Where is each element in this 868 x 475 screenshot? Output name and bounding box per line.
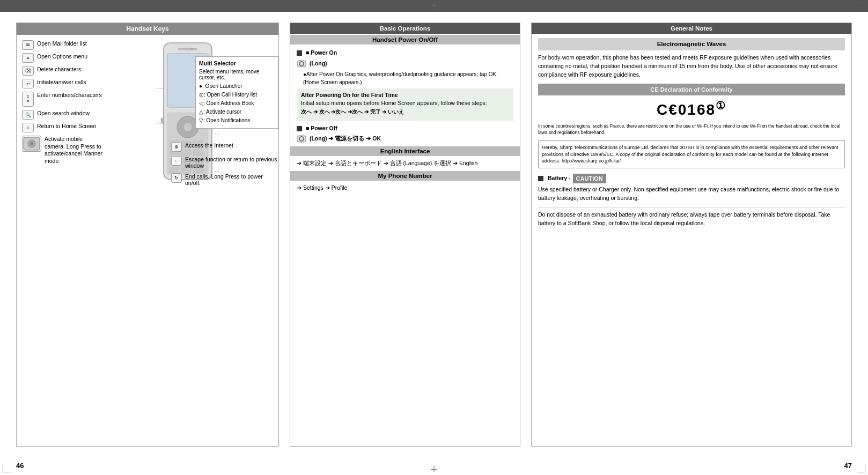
key-item-home: ⌂ Return to Home Screen xyxy=(22,123,102,132)
key-label-calls: Initiate/answer calls xyxy=(37,79,86,86)
bullet-power-off xyxy=(297,126,302,131)
ce-mark: C€0168① xyxy=(538,98,845,121)
crop-center-bottom-h xyxy=(431,469,437,470)
battery-header: Battery - CAUTION xyxy=(538,174,845,184)
rsl-label-endcall: End calls. Long Press to power on/off. xyxy=(185,173,278,186)
handset-keys-panel: Handset Keys ✉ Open Mail folder list ≡ O… xyxy=(16,23,279,447)
svg-point-9 xyxy=(183,123,192,131)
crop-mark-tl xyxy=(3,3,11,11)
handset-keys-content: ✉ Open Mail folder list ≡ Open Options m… xyxy=(17,35,278,191)
battery-section: Battery - CAUTION Use specified battery … xyxy=(538,174,845,228)
key-label-numbers: Enter numbers/characters xyxy=(37,92,102,99)
first-time-text: Initial setup menu opens before Home Scr… xyxy=(301,100,509,106)
rsl-item-escape: ← Escape function or return to previous … xyxy=(171,156,278,169)
key-item-options: ≡ Open Options menu xyxy=(22,53,102,63)
svg-point-6 xyxy=(191,48,193,50)
crop-mark-bl xyxy=(3,464,11,472)
power-on-icon-line: (Long) xyxy=(297,60,513,68)
power-off-label: ■ Power Off xyxy=(297,124,513,133)
key-label-mail: Open Mail folder list xyxy=(37,40,87,48)
bullet-power-on xyxy=(297,50,302,56)
multi-selector-title: Multi Selector xyxy=(199,60,275,66)
multi-selector-subtitle: Select menu items, move cursor, etc. xyxy=(199,69,275,80)
basic-operations-panel: Basic Operations Handset Power On/Off ■ … xyxy=(290,23,520,447)
power-off-detail: (Long) ➔ 電源を切る ➔ OK xyxy=(297,135,513,143)
basic-ops-title: Basic Operations xyxy=(290,23,520,34)
battery-caution-badge: CAUTION xyxy=(573,174,606,184)
em-waves-text: For body-worn operation, this phone has … xyxy=(538,54,845,79)
search-icon: 🔍 xyxy=(22,110,34,120)
my-phone-number-title: My Phone Number xyxy=(290,171,520,181)
crop-mark-br xyxy=(857,464,865,472)
general-notes-title: General Notes xyxy=(532,23,851,34)
english-interface-title: English Interface xyxy=(290,146,520,156)
rsl-item-internet: ⊕ Access the Internet xyxy=(171,142,278,152)
escape-icon: ← xyxy=(171,156,182,166)
right-side-labels: ⊕ Access the Internet ← Escape function … xyxy=(171,142,278,186)
battery-caution-label: Battery - xyxy=(548,174,571,183)
ce-box: Hereby, Sharp Telecommunications of Euro… xyxy=(538,140,845,168)
bullet-battery xyxy=(538,176,543,181)
first-time-box: After Powering On for the First Time Ini… xyxy=(297,88,513,121)
power-on-label: ■ Power On xyxy=(297,49,513,57)
crop-center-top-v xyxy=(434,3,435,9)
power-section-title: Handset Power On/Off xyxy=(290,35,520,44)
my-phone-number-detail: ➔ Settings ➔ Profile xyxy=(297,184,513,192)
general-notes-panel: General Notes Electromagnetic Waves For … xyxy=(531,23,852,447)
crop-center-top-h xyxy=(431,5,437,6)
calls-icon: ↩ xyxy=(22,79,34,88)
first-time-steps: 次へ ➔ 次へ ➔次へ ➔次へ ➔ 完了 ➔ いいえ xyxy=(301,108,509,116)
handset-keys-title: Handset Keys xyxy=(17,23,278,35)
key-item-delete: ⌫ Delete characters xyxy=(22,66,102,76)
power-off-icon xyxy=(297,135,306,143)
ms-item-notifications: ▽: Open Notifications xyxy=(199,116,275,125)
key-label-search: Open search window xyxy=(37,110,90,117)
left-page-number: 46 xyxy=(16,462,24,470)
ce-small-text: In some countries/regions, such as Franc… xyxy=(538,123,845,136)
first-time-title: After Powering On for the First Time xyxy=(301,92,509,98)
phone-diagram-area: Multi Selector Select menu items, move c… xyxy=(108,40,273,186)
key-label-delete: Delete characters xyxy=(37,66,81,73)
endcall-icon: ↻ xyxy=(171,173,182,183)
numbers-icon: 1# xyxy=(22,92,34,107)
crop-mark-tr xyxy=(857,3,865,11)
rsl-label-internet: Access the Internet xyxy=(185,142,233,149)
key-label-home: Return to Home Screen xyxy=(37,123,96,130)
rsl-label-escape: Escape function or return to previous wi… xyxy=(185,156,278,169)
main-content: Handset Keys ✉ Open Mail folder list ≡ O… xyxy=(0,12,868,457)
rsl-item-endcall: ↻ End calls. Long Press to power on/off. xyxy=(171,173,278,186)
camera-icon xyxy=(22,136,41,152)
power-off-detail-text: (Long) ➔ 電源を切る ➔ OK xyxy=(310,135,381,142)
mail-icon: ✉ xyxy=(22,40,34,50)
ms-item-call: ◎: Open Call History list xyxy=(199,91,275,99)
key-item-camera: Activate mobile camera. Long Press to ac… xyxy=(22,136,102,165)
right-page-number: 47 xyxy=(844,462,852,470)
ce-declaration-header: CE Declaration of Conformity xyxy=(538,84,845,96)
key-item-calls: ↩ Initiate/answer calls xyxy=(22,79,102,88)
multi-selector-box: Multi Selector Select menu items, move c… xyxy=(195,56,278,129)
power-on-long-label: (Long) xyxy=(310,60,327,66)
key-label-options: Open Options menu xyxy=(37,53,87,61)
gn-content: Electromagnetic Waves For body-worn oper… xyxy=(532,34,851,236)
options-icon: ≡ xyxy=(22,53,34,63)
home-icon: ⌂ xyxy=(22,123,34,132)
battery-para1: Use specified battery or Charger only. N… xyxy=(538,185,845,203)
battery-divider xyxy=(538,207,845,207)
delete-icon: ⌫ xyxy=(22,66,34,76)
em-waves-header: Electromagnetic Waves xyxy=(538,38,845,50)
key-item-numbers: 1# Enter numbers/characters xyxy=(22,92,102,107)
svg-rect-5 xyxy=(178,48,197,50)
ops-content: ■ Power On (Long) ●After Power On Graphi… xyxy=(290,44,520,199)
svg-point-2 xyxy=(30,142,33,145)
ms-item-cursor: △: Activate cursor xyxy=(199,108,275,116)
keys-list: ✉ Open Mail folder list ≡ Open Options m… xyxy=(22,40,102,186)
multi-selector-items: ●: Open Launcher ◎: Open Call History li… xyxy=(199,82,275,125)
english-interface-detail: ➔ 端末設定 ➔ 言語とキーボード ➔ 言語 (Language) を選択 ➔ … xyxy=(297,159,513,168)
page-container: Handset Keys ✉ Open Mail folder list ≡ O… xyxy=(0,0,868,475)
internet-icon: ⊕ xyxy=(171,142,182,152)
ms-item-launcher: ●: Open Launcher xyxy=(199,82,275,91)
ms-item-address: ◁: Open Address Book xyxy=(199,99,275,108)
key-item-mail: ✉ Open Mail folder list xyxy=(22,40,102,50)
power-on-detail: ●After Power On Graphics, waterproofing/… xyxy=(303,70,513,86)
key-item-search: 🔍 Open search window xyxy=(22,110,102,120)
